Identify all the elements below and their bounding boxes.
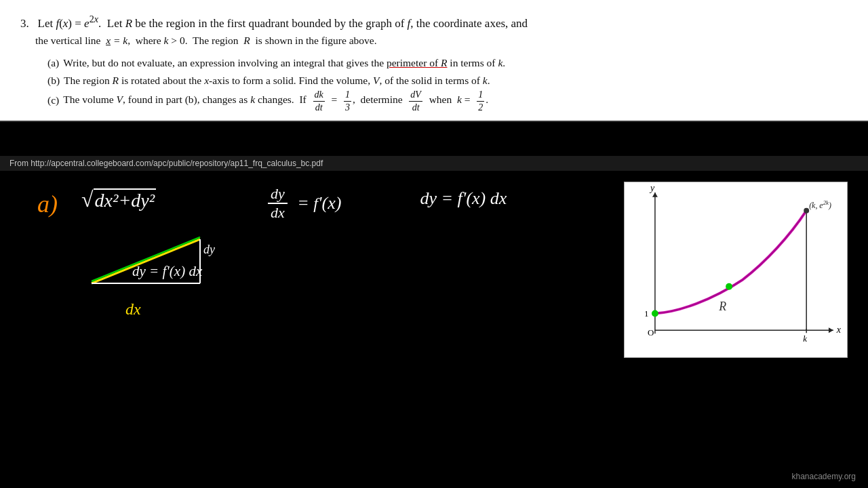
part-b: (b) The region R is rotated about the x-… xyxy=(47,72,848,89)
triangle-sketch xyxy=(81,226,217,293)
dx-label: dx xyxy=(125,300,141,319)
watermark-text: khanacademy.org xyxy=(792,472,856,481)
part-a: (a) Write, but do not evaluate, an expre… xyxy=(47,54,848,72)
part-c-label: (c) xyxy=(47,92,59,109)
part-a-hw-label: a) xyxy=(37,190,58,218)
svg-text:y: y xyxy=(649,183,655,193)
watermark: khanacademy.org xyxy=(792,472,856,481)
graph-area: x y O k 1 R (k, e2k) xyxy=(624,182,848,358)
svg-text:1: 1 xyxy=(644,309,648,319)
blackboard-area: a) √dx²+dy² dy dy = f'(x) dx dx dy dx = … xyxy=(0,175,590,488)
svg-point-21 xyxy=(804,208,809,214)
question-area: 3. Let f(x) = e2x. Let R be the region i… xyxy=(0,0,868,122)
source-line: From http://apcentral.collegeboard.com/a… xyxy=(0,156,868,171)
sqrt-expr: √dx²+dy² xyxy=(81,187,156,212)
part-b-text: The region R is rotated about the x-axis… xyxy=(64,72,490,89)
part-c-text: The volume V, found in part (b), changes… xyxy=(63,89,488,113)
svg-text:O: O xyxy=(648,328,654,338)
svg-text:(k, e2k): (k, e2k) xyxy=(809,199,831,210)
svg-point-18 xyxy=(726,283,732,290)
part-c: (c) The volume V, found in part (b), cha… xyxy=(47,89,848,113)
dy-eq-triangle: dy = f'(x) dx xyxy=(132,263,202,280)
svg-text:k: k xyxy=(803,334,807,344)
q-intro-line2: the vertical line x = k, where k > 0. Th… xyxy=(35,32,848,49)
q-num-label: 3. xyxy=(20,17,35,30)
question-number: 3. Let f(x) = e2x. Let R be the region i… xyxy=(20,12,848,32)
svg-point-17 xyxy=(652,310,658,317)
svg-text:x: x xyxy=(836,325,842,335)
source-text: From http://apcentral.collegeboard.com/a… xyxy=(9,159,323,168)
dy-dx-eq: dy dx = f'(x) xyxy=(268,185,341,222)
dy-fpx-dx-right: dy = f'(x) dx xyxy=(407,188,507,209)
part-b-label: (b) xyxy=(47,72,60,89)
part-a-text: Write, but do not evaluate, an expressio… xyxy=(63,54,505,72)
part-a-label: (a) xyxy=(47,54,59,72)
q-intro-text: Let f(x) = e2x. Let R be the region in t… xyxy=(38,17,528,30)
graph-svg: x y O k 1 R (k, e2k) xyxy=(625,182,847,357)
dy-label: dy xyxy=(203,243,215,257)
svg-text:R: R xyxy=(718,300,726,313)
